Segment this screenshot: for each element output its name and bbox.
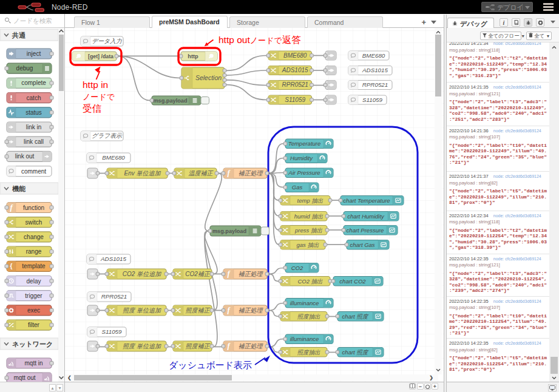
svg-text:照度 単位追加: 照度 単位追加 bbox=[123, 307, 161, 314]
svg-text:RPR0521: RPR0521 bbox=[101, 293, 127, 300]
svg-text:status: status bbox=[25, 109, 42, 116]
svg-text:補正処理: 補正処理 bbox=[239, 170, 263, 177]
svg-text:機能: 機能 bbox=[12, 185, 26, 192]
svg-text:データ入力: データ入力 bbox=[92, 38, 122, 44]
svg-text:ADS1015: ADS1015 bbox=[100, 255, 126, 262]
svg-text:ADS1015: ADS1015 bbox=[362, 67, 388, 73]
svg-text:照度抽出: 照度抽出 bbox=[297, 349, 321, 356]
svg-text:delay: delay bbox=[27, 278, 41, 285]
svg-text:illuminance: illuminance bbox=[290, 300, 319, 306]
svg-text:illuminance: illuminance bbox=[290, 336, 319, 342]
svg-text:ADS1015: ADS1015 bbox=[282, 67, 308, 73]
svg-text:共通: 共通 bbox=[12, 32, 26, 39]
svg-text:mqtt in: mqtt in bbox=[24, 360, 42, 367]
svg-text:link call: link call bbox=[24, 138, 44, 145]
svg-text:補正処理: 補正処理 bbox=[239, 271, 263, 277]
svg-text:chart 照度: chart 照度 bbox=[342, 349, 369, 356]
svg-text:http in: http in bbox=[83, 79, 108, 90]
svg-text:inject: inject bbox=[27, 50, 41, 57]
svg-text:BME680: BME680 bbox=[283, 52, 307, 59]
svg-text:function: function bbox=[23, 204, 44, 211]
svg-text:CO2 抽出: CO2 抽出 bbox=[297, 278, 323, 285]
svg-text:chart Temperature: chart Temperature bbox=[343, 197, 390, 204]
svg-text:照度補正: 照度補正 bbox=[186, 343, 211, 350]
svg-text:switch: switch bbox=[25, 219, 42, 226]
svg-text:link out: link out bbox=[15, 153, 35, 160]
svg-text:Gas: Gas bbox=[292, 184, 303, 191]
svg-text:mqtt out: mqtt out bbox=[13, 374, 35, 381]
svg-text:chart Gas: chart Gas bbox=[350, 242, 374, 248]
svg-text:http: http bbox=[188, 53, 198, 59]
svg-text:S11059: S11059 bbox=[101, 328, 122, 335]
svg-text:{: { bbox=[10, 263, 13, 269]
svg-text:[get] /data: [get] /data bbox=[88, 53, 113, 59]
svg-text:http outノードで返答: http outノードで返答 bbox=[219, 35, 301, 45]
svg-text:Env 単位追加: Env 単位追加 bbox=[124, 170, 161, 177]
svg-text:照度抽出: 照度抽出 bbox=[297, 313, 321, 320]
svg-text:temp 抽出: temp 抽出 bbox=[297, 197, 324, 204]
svg-text:補正処理: 補正処理 bbox=[239, 343, 263, 350]
svg-text:BME680: BME680 bbox=[362, 52, 385, 59]
svg-text:filter: filter bbox=[28, 322, 40, 328]
svg-text:BME680: BME680 bbox=[102, 154, 125, 161]
svg-text:chart CO2: chart CO2 bbox=[339, 278, 366, 285]
svg-text:link in: link in bbox=[26, 124, 42, 130]
svg-text:グラフ表示: グラフ表示 bbox=[92, 132, 123, 139]
svg-text:ダッシュボード表示: ダッシュボード表示 bbox=[169, 360, 252, 370]
svg-text:catch: catch bbox=[27, 95, 41, 101]
svg-text:debug: debug bbox=[16, 65, 33, 72]
svg-text:range: range bbox=[26, 248, 42, 255]
svg-text:受信: 受信 bbox=[83, 103, 102, 113]
svg-text:chart Pressure: chart Pressure bbox=[347, 227, 384, 234]
svg-text:照度 単位追加: 照度 単位追加 bbox=[123, 343, 161, 350]
svg-text:change: change bbox=[24, 234, 44, 240]
svg-text:RPR0521: RPR0521 bbox=[362, 81, 388, 88]
svg-text:ネットワーク: ネットワーク bbox=[12, 340, 53, 348]
svg-text:chart 照度: chart 照度 bbox=[342, 313, 369, 320]
svg-text:S11059: S11059 bbox=[362, 96, 383, 103]
svg-text:ノードで: ノードで bbox=[83, 92, 115, 101]
svg-text:補正処理: 補正処理 bbox=[239, 307, 263, 314]
svg-text:Humidity: Humidity bbox=[290, 155, 313, 161]
svg-text:comment: comment bbox=[21, 168, 46, 175]
svg-text:照度補正: 照度補正 bbox=[186, 307, 211, 314]
svg-text:trigger: trigger bbox=[25, 292, 42, 299]
svg-text:msg.payload: msg.payload bbox=[153, 98, 187, 104]
svg-text:template: template bbox=[22, 263, 46, 269]
svg-text:CO2 単位追加: CO2 単位追加 bbox=[123, 271, 161, 277]
svg-text:exec: exec bbox=[27, 307, 40, 314]
svg-text:RPR0521: RPR0521 bbox=[282, 81, 308, 88]
svg-text:msg.payload: msg.payload bbox=[212, 228, 246, 234]
svg-text:gas 抽出: gas 抽出 bbox=[297, 242, 319, 248]
svg-text:温度補正: 温度補正 bbox=[189, 170, 214, 177]
svg-text:Air Pressure: Air Pressure bbox=[288, 169, 320, 176]
svg-text:humid 抽出: humid 抽出 bbox=[294, 213, 324, 220]
svg-text:CO2補正: CO2補正 bbox=[185, 271, 211, 277]
svg-text:chart Humidity: chart Humidity bbox=[347, 213, 385, 220]
svg-text:CO2: CO2 bbox=[291, 265, 303, 271]
svg-text:S11059: S11059 bbox=[285, 96, 305, 103]
svg-text:Selection: Selection bbox=[195, 74, 222, 81]
svg-text:Temperature: Temperature bbox=[288, 140, 321, 147]
svg-text:complete: complete bbox=[21, 79, 46, 86]
svg-text:press 抽出: press 抽出 bbox=[294, 227, 322, 234]
